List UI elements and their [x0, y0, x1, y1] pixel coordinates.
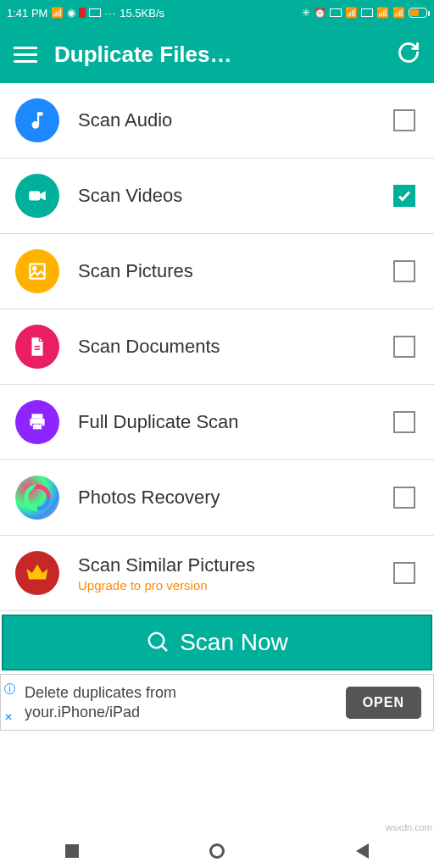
- crown-icon: [15, 551, 59, 595]
- back-button[interactable]: [356, 843, 369, 859]
- scan-option-checkbox[interactable]: [393, 562, 415, 584]
- scan-option-label: Photos Recovery: [78, 487, 375, 509]
- printer-icon: [15, 400, 59, 444]
- recent-apps-button[interactable]: [65, 844, 79, 858]
- wifi-icon: 📶: [51, 7, 64, 19]
- scan-option-label: Scan Documents: [78, 336, 375, 358]
- svg-rect-4: [35, 348, 41, 350]
- scan-option-row[interactable]: Scan Documents: [0, 309, 434, 385]
- watermark: wsxdn.com: [386, 822, 432, 832]
- volte2-icon: [361, 8, 373, 17]
- signal-icon: 📶: [345, 7, 358, 19]
- app-title: Duplicate Files…: [54, 42, 380, 68]
- svg-line-10: [162, 646, 167, 651]
- scan-option-checkbox[interactable]: [393, 185, 415, 207]
- carrier-icon: ◉: [67, 7, 75, 19]
- ad-open-button[interactable]: OPEN: [346, 687, 421, 719]
- scan-options-list: Scan AudioScan VideosScan PicturesScan D…: [0, 83, 434, 611]
- ad-info-icon[interactable]: i: [4, 683, 15, 694]
- scan-option-row[interactable]: Full Duplicate Scan: [0, 385, 434, 460]
- scan-now-label: Scan Now: [180, 629, 288, 656]
- svg-point-9: [149, 633, 164, 648]
- picture-icon: [15, 249, 59, 293]
- app-bar: Duplicate Files…: [0, 25, 434, 83]
- svg-rect-3: [35, 346, 41, 348]
- scan-option-row[interactable]: Scan Pictures: [0, 234, 434, 309]
- scan-option-row[interactable]: Scan Audio: [0, 83, 434, 159]
- scan-option-row[interactable]: Scan Similar PicturesUpgrade to pro vers…: [0, 536, 434, 611]
- scan-option-sublabel: Upgrade to pro version: [78, 578, 375, 593]
- net-speed: 15.5KB/s: [120, 7, 164, 19]
- scan-option-label: Scan Videos: [78, 185, 375, 207]
- alarm-icon: ⏰: [314, 7, 326, 19]
- scan-option-row[interactable]: Photos Recovery: [0, 460, 434, 536]
- svg-rect-1: [30, 264, 44, 278]
- battery-icon: [409, 8, 427, 18]
- svg-rect-0: [29, 192, 40, 201]
- svg-rect-7: [33, 424, 42, 430]
- refresh-icon[interactable]: [397, 41, 420, 68]
- scan-option-checkbox[interactable]: [393, 336, 415, 358]
- bluetooth-icon: ✳: [302, 7, 310, 19]
- recovery-icon: [15, 476, 59, 520]
- document-icon: [15, 325, 59, 369]
- scan-option-checkbox[interactable]: [393, 109, 415, 131]
- wifi2-icon: 📶: [392, 7, 405, 19]
- ad-close-icon[interactable]: ✕: [4, 711, 13, 723]
- ad-banner[interactable]: i ✕ Delete duplicates fromyour.iPhone/iP…: [0, 674, 434, 731]
- home-button[interactable]: [209, 843, 225, 859]
- battery-saver-icon: [79, 8, 86, 18]
- signal2-icon: 📶: [376, 7, 389, 19]
- video-icon: [15, 174, 59, 218]
- scan-now-button[interactable]: Scan Now: [2, 615, 432, 670]
- scan-option-label: Scan Pictures: [78, 260, 375, 282]
- ad-text: Delete duplicates fromyour.iPhone/iPad: [25, 683, 176, 721]
- scan-option-label: Scan Audio: [78, 109, 375, 131]
- svg-point-2: [33, 267, 36, 270]
- volte-icon: [330, 8, 342, 17]
- status-bar: 1:41 PM 📶 ◉ ··· 15.5KB/s ✳ ⏰ 📶 📶 📶: [0, 0, 434, 25]
- more-icon: ···: [104, 7, 116, 19]
- scan-option-label: Full Duplicate Scan: [78, 411, 375, 433]
- scan-option-checkbox[interactable]: [393, 411, 415, 433]
- system-nav-bar: [0, 834, 434, 868]
- scan-option-label: Scan Similar Pictures: [78, 554, 375, 576]
- svg-rect-5: [32, 414, 43, 418]
- music-note-icon: [15, 98, 59, 142]
- status-time: 1:41 PM: [7, 7, 47, 19]
- scan-option-checkbox[interactable]: [393, 487, 415, 509]
- menu-icon[interactable]: [14, 47, 37, 63]
- sim-icon: [89, 8, 101, 17]
- scan-option-checkbox[interactable]: [393, 260, 415, 282]
- scan-option-row[interactable]: Scan Videos: [0, 159, 434, 234]
